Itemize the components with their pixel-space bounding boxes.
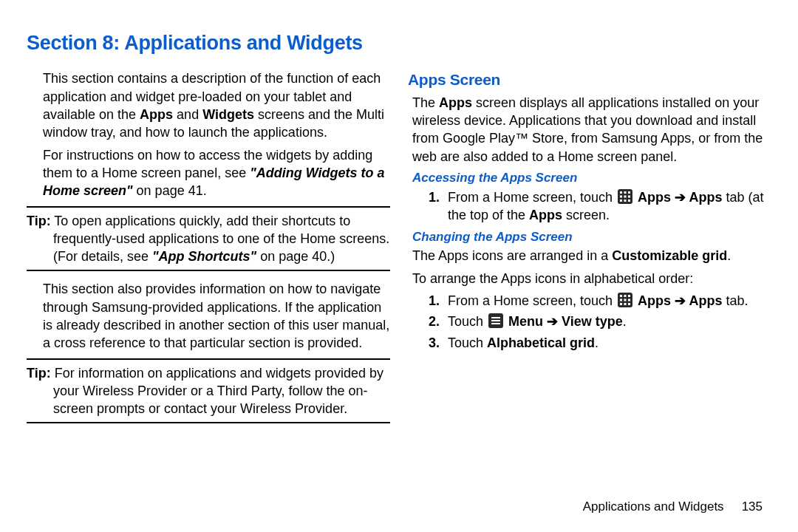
bold-widgets: Widgets bbox=[202, 107, 254, 122]
intro-paragraph-3: This section also provides information o… bbox=[27, 280, 390, 352]
menu-icon bbox=[488, 313, 503, 328]
footer-section: Applications and Widgets bbox=[583, 499, 724, 514]
text: From a Home screen, touch bbox=[448, 190, 616, 205]
text: For information on applications and widg… bbox=[51, 366, 383, 417]
svg-rect-18 bbox=[624, 303, 627, 305]
heading-apps-screen: Apps Screen bbox=[408, 69, 771, 90]
tip-label: Tip: bbox=[27, 214, 51, 228]
text: and bbox=[173, 107, 202, 122]
svg-rect-21 bbox=[491, 317, 500, 318]
arrow-icon: ➔ bbox=[671, 190, 689, 205]
step-item: 1. From a Home screen, touch Apps ➔ Apps… bbox=[408, 292, 771, 310]
svg-rect-11 bbox=[620, 295, 622, 297]
step-item: 3. Touch Alphabetical grid. bbox=[408, 334, 771, 352]
text: tab. bbox=[722, 293, 748, 308]
page-number: 135 bbox=[742, 499, 763, 514]
arrow-icon: ➔ bbox=[671, 293, 689, 308]
section-title: Section 8: Applications and Widgets bbox=[27, 30, 771, 56]
apps-grid-icon bbox=[618, 189, 632, 204]
svg-rect-1 bbox=[620, 191, 622, 194]
svg-rect-17 bbox=[620, 303, 622, 305]
step-body: From a Home screen, touch Apps ➔ Apps ta… bbox=[448, 292, 771, 310]
text: on page 40.) bbox=[256, 249, 335, 264]
bold-customizable-grid: Customizable grid bbox=[612, 248, 727, 263]
intro-paragraph-1: This section contains a description of t… bbox=[27, 69, 390, 141]
svg-rect-4 bbox=[620, 195, 622, 197]
svg-rect-19 bbox=[628, 303, 630, 305]
svg-rect-7 bbox=[620, 200, 622, 202]
apps-grid-icon bbox=[618, 293, 632, 307]
heading-accessing-apps: Accessing the Apps Screen bbox=[408, 170, 771, 187]
svg-rect-2 bbox=[624, 191, 627, 194]
two-column-layout: This section contains a description of t… bbox=[27, 69, 771, 432]
bold-apps: Apps bbox=[439, 95, 472, 110]
text: The Apps icons are arranged in a bbox=[412, 248, 612, 263]
tip-box-1: Tip: To open applications quickly, add t… bbox=[27, 206, 390, 272]
page-footer: Applications and Widgets135 bbox=[583, 499, 763, 516]
bold-apps: Apps bbox=[529, 208, 562, 222]
bold-menu: Menu bbox=[508, 314, 543, 329]
step-number: 2. bbox=[429, 313, 448, 330]
bold-apps-tab: Apps bbox=[689, 293, 722, 308]
bold-apps: Apps bbox=[638, 293, 671, 308]
grid-paragraph: The Apps icons are arranged in a Customi… bbox=[408, 247, 771, 265]
text: The bbox=[412, 95, 439, 110]
svg-rect-22 bbox=[491, 320, 500, 321]
svg-rect-3 bbox=[628, 191, 630, 194]
svg-rect-5 bbox=[624, 195, 627, 197]
svg-rect-8 bbox=[624, 200, 627, 202]
arrow-icon: ➔ bbox=[543, 314, 562, 329]
svg-rect-14 bbox=[620, 299, 622, 301]
apps-screen-paragraph: The Apps screen displays all application… bbox=[408, 94, 771, 166]
text: on page 41. bbox=[133, 183, 207, 198]
step-number: 3. bbox=[429, 334, 448, 352]
text: Touch bbox=[448, 335, 487, 350]
svg-rect-6 bbox=[628, 195, 630, 197]
bold-alphabetical-grid: Alphabetical grid bbox=[487, 335, 595, 350]
text: screen. bbox=[562, 208, 610, 222]
svg-rect-9 bbox=[628, 200, 630, 202]
bold-apps: Apps bbox=[140, 107, 173, 122]
tip-box-2: Tip: For information on applications and… bbox=[27, 358, 390, 424]
bold-apps: Apps bbox=[638, 190, 671, 205]
tip-label: Tip: bbox=[27, 366, 51, 381]
svg-rect-13 bbox=[628, 295, 630, 297]
svg-rect-23 bbox=[491, 323, 500, 324]
arrange-paragraph: To arrange the Apps icons in alphabetica… bbox=[408, 270, 771, 287]
text: Touch bbox=[448, 314, 487, 329]
svg-rect-15 bbox=[624, 299, 627, 301]
step-number: 1. bbox=[429, 188, 448, 225]
step-body: From a Home screen, touch Apps ➔ Apps ta… bbox=[448, 188, 771, 225]
heading-changing-apps: Changing the Apps Screen bbox=[408, 229, 771, 246]
left-column: This section contains a description of t… bbox=[27, 69, 390, 432]
intro-paragraph-2: For instructions on how to access the wi… bbox=[27, 146, 390, 200]
text: . bbox=[623, 314, 627, 329]
svg-rect-16 bbox=[628, 299, 630, 301]
text: . bbox=[595, 335, 598, 350]
text: From a Home screen, touch bbox=[448, 293, 616, 308]
step-item: 2. Touch Menu ➔ View type. bbox=[408, 313, 771, 330]
step-item: 1. From a Home screen, touch Apps ➔ Apps… bbox=[408, 188, 771, 225]
xref-app-shortcuts: "App Shortcuts" bbox=[152, 249, 256, 264]
step-number: 1. bbox=[429, 292, 448, 310]
svg-rect-12 bbox=[624, 295, 627, 297]
step-body: Touch Alphabetical grid. bbox=[448, 334, 771, 352]
bold-apps-tab: Apps bbox=[689, 190, 722, 205]
text: . bbox=[727, 248, 731, 263]
bold-view-type: View type bbox=[562, 314, 623, 329]
step-body: Touch Menu ➔ View type. bbox=[448, 313, 771, 330]
right-column: Apps Screen The Apps screen displays all… bbox=[408, 69, 771, 432]
